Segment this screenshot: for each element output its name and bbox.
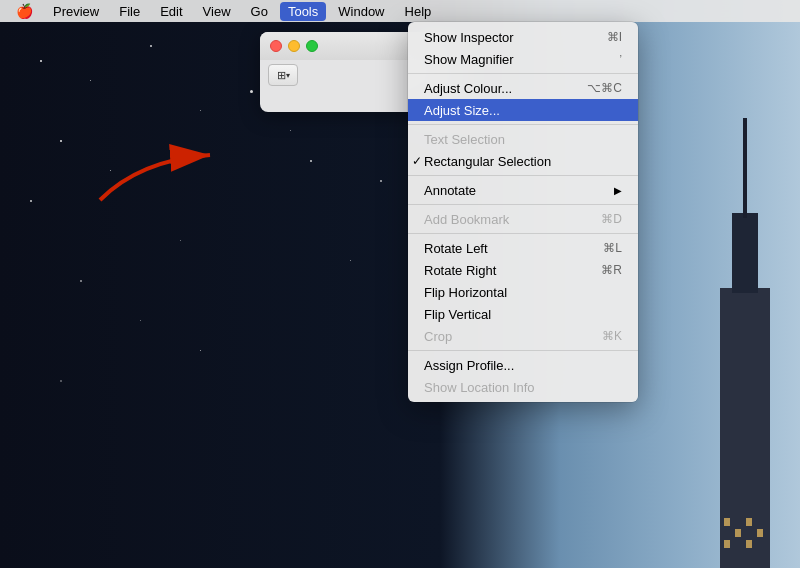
menu-separator — [408, 73, 638, 74]
menu-item-add-bookmark: Add Bookmark ⌘D — [408, 208, 638, 230]
tools-dropdown-menu: Show Inspector ⌘I Show Magnifier ’ Adjus… — [408, 22, 638, 402]
menu-shortcut: ⌘R — [601, 263, 622, 277]
chevron-down-icon: ▾ — [286, 71, 290, 80]
menu-item-adjust-size[interactable]: Adjust Size... — [408, 99, 638, 121]
menu-item-adjust-colour[interactable]: Adjust Colour... ⌥⌘C — [408, 77, 638, 99]
menubar-view[interactable]: View — [195, 2, 239, 21]
menu-separator — [408, 204, 638, 205]
window-minimize-button[interactable] — [288, 40, 300, 52]
menu-item-label: Text Selection — [424, 132, 505, 147]
menu-item-crop: Crop ⌘K — [408, 325, 638, 347]
menu-separator — [408, 233, 638, 234]
window-close-button[interactable] — [270, 40, 282, 52]
menu-item-flip-horizontal[interactable]: Flip Horizontal — [408, 281, 638, 303]
submenu-arrow-icon: ▶ — [614, 185, 622, 196]
menubar-edit[interactable]: Edit — [152, 2, 190, 21]
menu-item-label: Show Location Info — [424, 380, 535, 395]
menu-item-rotate-left[interactable]: Rotate Left ⌘L — [408, 237, 638, 259]
menu-item-flip-vertical[interactable]: Flip Vertical — [408, 303, 638, 325]
menu-item-rectangular-selection[interactable]: ✓ Rectangular Selection — [408, 150, 638, 172]
sidebar-toggle-button[interactable]: ⊞ ▾ — [268, 64, 298, 86]
menu-item-label: Show Magnifier — [424, 52, 514, 67]
menubar-help[interactable]: Help — [397, 2, 440, 21]
menu-item-annotate[interactable]: Annotate ▶ — [408, 179, 638, 201]
menubar-go[interactable]: Go — [243, 2, 276, 21]
menu-item-assign-profile[interactable]: Assign Profile... — [408, 354, 638, 376]
apple-menu[interactable]: 🍎 — [8, 3, 41, 19]
sidebar-icon: ⊞ — [277, 69, 286, 82]
menubar: 🍎 Preview File Edit View Go Tools Window… — [0, 0, 800, 22]
menu-item-label: Flip Vertical — [424, 307, 491, 322]
menu-shortcut: ⌘K — [602, 329, 622, 343]
menubar-preview[interactable]: Preview — [45, 2, 107, 21]
menu-item-label: Show Inspector — [424, 30, 514, 45]
menu-separator — [408, 124, 638, 125]
menu-shortcut: ⌘L — [603, 241, 622, 255]
menu-item-label: Flip Horizontal — [424, 285, 507, 300]
menu-item-label: Adjust Size... — [424, 103, 500, 118]
menu-item-label: Adjust Colour... — [424, 81, 512, 96]
menu-item-rotate-right[interactable]: Rotate Right ⌘R — [408, 259, 638, 281]
menubar-file[interactable]: File — [111, 2, 148, 21]
menu-item-label: Crop — [424, 329, 452, 344]
menu-item-label: Annotate — [424, 183, 476, 198]
menu-shortcut: ⌘D — [601, 212, 622, 226]
menu-item-label: Assign Profile... — [424, 358, 514, 373]
menu-separator — [408, 350, 638, 351]
menu-item-label: Add Bookmark — [424, 212, 509, 227]
menubar-window[interactable]: Window — [330, 2, 392, 21]
menu-separator — [408, 175, 638, 176]
menu-item-label: Rotate Left — [424, 241, 488, 256]
menu-item-show-magnifier[interactable]: Show Magnifier ’ — [408, 48, 638, 70]
menu-item-text-selection: Text Selection — [408, 128, 638, 150]
menubar-tools[interactable]: Tools — [280, 2, 326, 21]
menu-item-show-location: Show Location Info — [408, 376, 638, 398]
menu-item-label: Rotate Right — [424, 263, 496, 278]
menu-shortcut: ⌘I — [607, 30, 622, 44]
menu-shortcut: ’ — [620, 53, 622, 65]
annotation-arrow — [80, 130, 240, 210]
menu-item-label: Rectangular Selection — [424, 154, 551, 169]
menu-shortcut: ⌥⌘C — [587, 81, 622, 95]
checkmark-icon: ✓ — [412, 154, 422, 168]
menu-item-show-inspector[interactable]: Show Inspector ⌘I — [408, 26, 638, 48]
window-maximize-button[interactable] — [306, 40, 318, 52]
